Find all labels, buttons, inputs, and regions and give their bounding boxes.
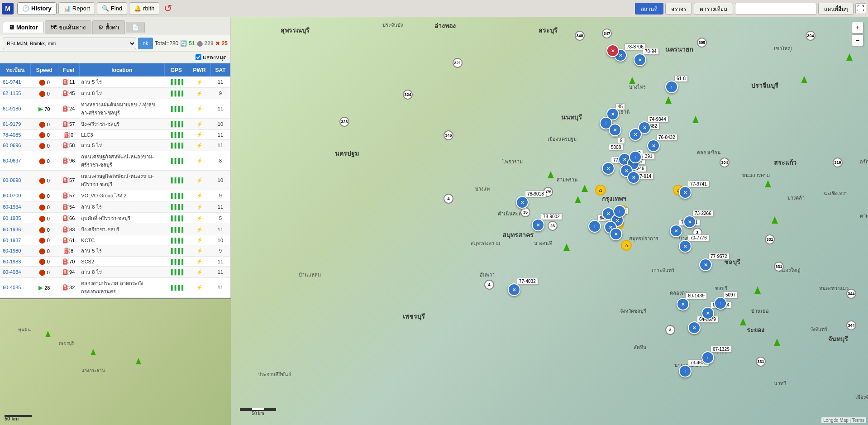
marker-x1[interactable]: ✕ xyxy=(606,44,619,57)
tab-route[interactable]: 🗺 ขอเส้นทาง xyxy=(45,20,91,34)
find-button[interactable]: 🔍 Find xyxy=(97,2,127,15)
table-row[interactable]: 62-1155 ⬤ 0 ⛽45 ลาน 8 ไร่ ▐▐▐▐ ⚡ 9 xyxy=(0,88,230,99)
marker-77-7582[interactable]: ✕ xyxy=(629,128,642,141)
table-row[interactable]: 78-4085 ⬤ 0 ⛽0 LLC3 ▐▐▐▐ ⚡ 11 xyxy=(0,130,230,140)
table-row[interactable]: 60-1935 ⬤ 0 ⛽66 สุขศักดิ์-ศรีราชา-ชลบุรี… xyxy=(0,213,230,224)
cell-plate[interactable]: 60-1980 xyxy=(0,245,31,257)
cell-plate[interactable]: 60-0697 xyxy=(0,151,31,171)
label-5097[interactable]: 5097 xyxy=(723,291,738,298)
marker-77-9572[interactable]: ✕ xyxy=(699,258,712,271)
marker-77-9197[interactable]: ✕ xyxy=(602,162,615,175)
label-cluster3[interactable]: 9 xyxy=(618,137,625,144)
table-row[interactable]: 60-1983 ⬤ 0 ⛽70 SCS2 ▐▐▐▐ ⚡ 11 xyxy=(0,257,230,267)
cell-plate[interactable]: 60-1937 xyxy=(0,235,31,245)
cell-plate[interactable]: 60-1983 xyxy=(0,257,31,267)
label-78-9018[interactable]: 78-9018 xyxy=(525,191,546,197)
nav-compare-button[interactable]: ตารางเทียบ xyxy=(694,3,733,14)
cell-plate[interactable]: 60-0698 xyxy=(0,171,31,190)
vehicle-group-select[interactable]: RBI-MJN, Rbibkk, rbiti xyxy=(3,38,136,49)
refresh-icon[interactable]: ↺ xyxy=(164,3,172,14)
cell-plate[interactable]: 60-4085 xyxy=(0,278,31,297)
cell-plate[interactable]: 78-4085 xyxy=(0,130,31,140)
map-area[interactable]: สุพรรณบุรี ประจันบัง อ่างทอง สระบุรี สระ… xyxy=(231,17,868,425)
label-61-8[interactable]: 61-8 xyxy=(674,75,688,82)
label-bkk6[interactable]: 391 xyxy=(643,153,655,160)
map-search-input[interactable] xyxy=(735,3,816,14)
label-73-2266[interactable]: 73-2266 xyxy=(692,210,714,217)
cell-plate[interactable]: 62-1155 xyxy=(0,88,31,99)
home-marker-1[interactable]: ⌂ xyxy=(595,185,606,196)
marker-64-1191[interactable]: ↑ xyxy=(588,220,601,233)
nav-station-button[interactable]: สถานที่ xyxy=(635,3,663,14)
nav-route-button[interactable]: จราจร xyxy=(665,3,692,14)
label-70-7776[interactable]: 70-7776 xyxy=(688,234,709,241)
marker-73-4673[interactable]: ↑ xyxy=(679,365,692,377)
cell-plate[interactable]: 60-0700 xyxy=(0,190,31,201)
cell-plate[interactable]: 60-1935 xyxy=(0,213,31,224)
marker-77-9741[interactable]: ✕ xyxy=(679,186,692,199)
marker-cluster3[interactable]: ✕ xyxy=(609,124,621,136)
table-row[interactable]: 61-9180 ▶ 70 ⛽24 ทางหลวงแผ่นดินหมายเลข 7… xyxy=(0,99,230,119)
label-77-9572[interactable]: 77-9572 xyxy=(708,253,730,260)
table-row[interactable]: 60-0700 ⬤ 0 ⛽57 VOLVO Group โรง 2 ▐▐▐▐ ⚡… xyxy=(0,190,230,201)
table-row[interactable]: 60-0696 ⬤ 0 ⛽58 ลาน 5 ไร่ ▐▐▐▐ ⚡ 11 xyxy=(0,140,230,151)
marker-78-9002[interactable]: ✕ xyxy=(532,219,544,231)
marker-78-94[interactable]: ✕ xyxy=(634,53,646,66)
tab-monitor[interactable]: 🖥 Monitor xyxy=(3,22,44,33)
marker-71-6021[interactable]: ✕ xyxy=(670,224,682,237)
user-button[interactable]: 🔔 rbith xyxy=(129,2,159,15)
marker-78-9018[interactable]: ✕ xyxy=(516,196,529,209)
marker-64-7079[interactable]: ✕ xyxy=(688,321,701,334)
label-77-4032[interactable]: 77-4032 xyxy=(517,278,538,285)
table-row[interactable]: 60-4084 ⬤ 0 ⛽94 ลาน 8 ไร่ ▐▐▐▐ ⚡ 11 xyxy=(0,267,230,278)
marker-76-8432[interactable]: ✕ xyxy=(647,139,660,152)
show-pins-label[interactable]: แสดงหมุด xyxy=(196,53,227,62)
table-row[interactable]: 60-0697 ⬤ 0 ⛽96 ถนนเศรษฐกิจสหพัฒน์-หนองข… xyxy=(0,151,230,171)
marker-67-1329[interactable]: ↑ xyxy=(701,351,714,364)
tab-doc[interactable]: 📄 xyxy=(126,22,145,33)
marker-s5[interactable]: ✕ xyxy=(610,228,622,240)
label-78-9002[interactable]: 78-9002 xyxy=(541,213,562,220)
marker-73-2266[interactable]: ✕ xyxy=(683,215,696,228)
zoom-out-button[interactable]: − xyxy=(852,34,863,46)
history-button[interactable]: 🕐 History xyxy=(17,2,57,15)
cell-plate[interactable]: 60-1936 xyxy=(0,224,31,235)
table-row[interactable]: 60-1934 ⬤ 0 ⛽54 ลาน 8 ไร่ ▐▐▐▐ ⚡ 11 xyxy=(0,201,230,213)
expand-map-button[interactable]: ⛶ xyxy=(855,3,866,14)
cell-plate[interactable]: 61-9741 xyxy=(0,76,31,88)
marker-77-4032[interactable]: ✕ xyxy=(508,283,520,296)
marker-60-5314[interactable]: ✕ xyxy=(701,307,714,320)
marker-5097[interactable]: ↑ xyxy=(714,297,727,310)
table-row[interactable]: 60-1980 ⬤ 0 ⛽8 ลาน 5 ไร่ ▐▐▐▐ ⚡ 9 xyxy=(0,245,230,257)
home-marker-4[interactable]: ⌂ xyxy=(621,240,632,251)
label-77-9741[interactable]: 77-9741 xyxy=(688,181,709,187)
marker-s4[interactable]: ↑ xyxy=(613,205,626,218)
label-78-94[interactable]: 78-94 xyxy=(643,48,659,55)
label-cluster4[interactable]: 5008 xyxy=(609,144,623,151)
filter-ok-button[interactable]: ok xyxy=(138,38,153,49)
table-row[interactable]: 60-1936 ⬤ 0 ⛽83 บึง-ศรีราชา-ชลบุรี ▐▐▐▐ … xyxy=(0,224,230,235)
tab-settings[interactable]: ⚙ ตั้งค่า xyxy=(92,20,125,34)
table-row[interactable]: 61-9179 ⬤ 0 ⛽57 บึง-ศรีราชา-ชลบุรี ▐▐▐▐ … xyxy=(0,119,230,130)
zoom-in-button[interactable]: + xyxy=(852,22,863,33)
cell-plate[interactable]: 61-9180 xyxy=(0,99,31,119)
table-row[interactable]: 60-0698 ⬤ 0 ⛽57 ถนนเศรษฐกิจสหพัฒน์-หนองข… xyxy=(0,171,230,190)
cell-plate[interactable]: 60-1934 xyxy=(0,201,31,213)
label-76-8432[interactable]: 76-8432 xyxy=(656,134,677,141)
table-row[interactable]: 60-4085 ▶ 28 ⛽32 คลองสามประเวศ-ลาดกระบัง… xyxy=(0,278,230,297)
table-row[interactable]: 61-9741 ⬤ 0 ⛽11 ลาน 5 ไร่ ▐▐▐▐ ⚡ 11 xyxy=(0,76,230,88)
marker-60-1439[interactable]: ✕ xyxy=(677,298,689,310)
marker-bkk5[interactable]: ↑ xyxy=(629,151,642,163)
label-67-1329[interactable]: 67-1329 xyxy=(711,346,732,353)
nav-other-button[interactable]: แผนที่อื่นๆ xyxy=(818,3,854,14)
report-button[interactable]: 📊 Report xyxy=(58,2,95,15)
cell-plate[interactable]: 60-0696 xyxy=(0,140,31,151)
label-74-9344[interactable]: 74-9344 xyxy=(647,116,668,123)
marker-61-8[interactable]: ↑ xyxy=(665,81,678,93)
marker-bkk4[interactable]: ✕ xyxy=(627,171,640,184)
show-pins-checkbox[interactable] xyxy=(196,54,201,60)
cell-plate[interactable]: 60-4084 xyxy=(0,267,31,278)
table-row[interactable]: 60-1937 ⬤ 0 ⛽61 KCTC ▐▐▐▐ ⚡ 10 xyxy=(0,235,230,245)
cell-plate[interactable]: 61-9179 xyxy=(0,119,31,130)
marker-70-7776[interactable]: ✕ xyxy=(679,240,692,253)
